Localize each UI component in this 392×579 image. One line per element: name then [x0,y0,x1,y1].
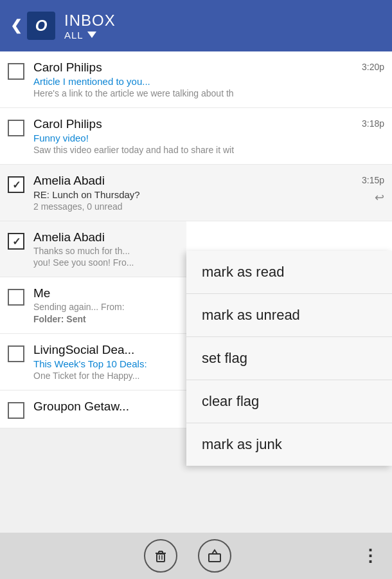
email-checkbox[interactable]: ✓ [8,233,24,250]
email-content: LivingSocial Dea... This Week's Top 10 D… [33,343,179,381]
header: ❮ O INBOX ALL [0,0,392,51]
email-sender: Carol Philips [33,117,329,131]
outlook-logo: O [27,12,55,40]
inbox-filter[interactable]: ALL [64,30,116,41]
email-preview: Saw this video earlier today and had to … [33,145,329,155]
email-content: Carol Philips Funny video! Saw this vide… [33,117,384,155]
context-menu: mark as read mark as unread set flag cle… [186,251,392,466]
filter-dropdown-icon [87,32,96,38]
delete-button[interactable] [144,539,177,573]
move-button[interactable] [198,539,231,573]
email-checkbox[interactable] [8,402,24,419]
email-sender: Carol Philips [33,60,329,75]
email-checkbox[interactable]: ✓ [8,176,24,193]
context-menu-item-set-flag[interactable]: set flag [186,337,392,380]
email-checkbox[interactable] [8,63,24,80]
header-text: INBOX ALL [64,12,116,41]
more-options-button[interactable]: ⋮ [362,546,379,566]
email-sender: Amelia Abadi [33,230,179,244]
email-item[interactable]: Me Sending again... From: Folder: Sent [0,277,186,334]
email-content: Amelia Abadi Thanks so much for th... yo… [33,230,179,268]
email-preview: 2 messages, 0 unread [33,201,329,212]
email-item[interactable]: LivingSocial Dea... This Week's Top 10 D… [0,334,186,391]
email-preview: Here's a link to the article we were tal… [33,88,329,98]
email-preview: Thanks so much for th... [33,246,179,256]
email-subject: Funny video! [33,133,329,143]
email-preview-2: you! See you soon! Fro... [33,257,179,268]
email-time: 3:20p [362,62,384,72]
email-time: 3:18p [362,118,384,129]
email-item[interactable]: ✓ Amelia Abadi Thanks so much for th... … [0,221,186,277]
email-checkbox[interactable] [8,289,24,306]
context-menu-item-mark-junk[interactable]: mark as junk [186,423,392,466]
svg-rect-0 [157,554,165,562]
email-folder: Folder: Sent [33,314,179,324]
back-button[interactable]: ❮ [10,17,22,34]
inbox-title: INBOX [64,12,116,30]
checkmark-icon: ✓ [12,179,21,191]
email-sender: Me [33,286,179,300]
email-item[interactable]: ✓ Amelia Abadi RE: Lunch on Thursday? 2 … [0,165,392,221]
email-item[interactable]: Carol Philips Article I mentioned to you… [0,51,392,108]
email-time: 3:15p [362,175,384,185]
email-item[interactable]: Groupon Getaw... [0,391,186,428]
email-sender: Groupon Getaw... [33,400,179,414]
reply-icon: ↩ [375,190,384,205]
context-menu-item-mark-read[interactable]: mark as read [186,251,392,294]
email-subject: This Week's Top 10 Deals: [33,358,179,369]
email-checkbox[interactable] [8,345,24,362]
email-content: Carol Philips Article I mentioned to you… [33,60,384,98]
context-menu-item-mark-unread[interactable]: mark as unread [186,294,392,337]
email-sender: LivingSocial Dea... [33,343,179,357]
svg-rect-7 [209,554,220,562]
email-preview: Sending again... From: [33,302,179,312]
bottom-toolbar: ⋮ [0,533,392,579]
email-subject: Article I mentioned to you... [33,76,329,87]
email-content: Me Sending again... From: Folder: Sent [33,286,179,324]
email-subject: RE: Lunch on Thursday? [33,189,329,200]
email-checkbox[interactable] [8,120,24,136]
checkmark-icon: ✓ [12,235,21,248]
email-preview: One Ticket for the Happy... [33,371,179,381]
email-item[interactable]: Carol Philips Funny video! Saw this vide… [0,108,392,165]
email-sender: Amelia Abadi [33,174,329,188]
context-menu-item-clear-flag[interactable]: clear flag [186,380,392,423]
email-content: Amelia Abadi RE: Lunch on Thursday? 2 me… [33,174,384,212]
email-content: Groupon Getaw... [33,400,179,414]
